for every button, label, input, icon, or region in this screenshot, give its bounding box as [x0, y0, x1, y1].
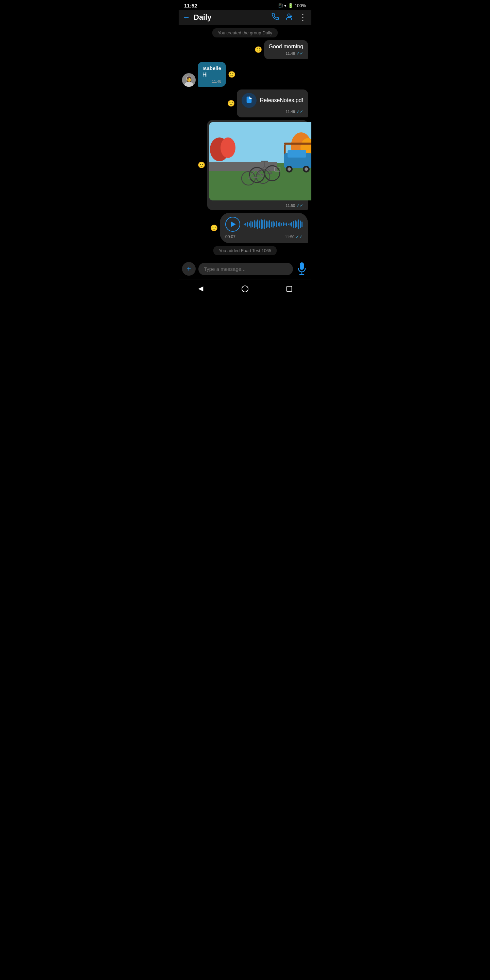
message-ticks: ✓✓ [296, 234, 302, 239]
reaction-button[interactable]: 🙂 [255, 46, 262, 53]
waveform-bar [293, 221, 294, 228]
message-row: 🙂 00:07 11:50 ✓✓ [182, 213, 308, 243]
home-nav-button[interactable] [239, 283, 251, 295]
reaction-button[interactable]: 🙂 [227, 100, 235, 107]
waveform-bar [296, 221, 298, 227]
message-time: 11:49 [285, 110, 295, 114]
waveform-bar [249, 223, 250, 226]
play-icon [231, 221, 236, 227]
waveform-bar [279, 222, 280, 227]
waveform-bar [300, 221, 301, 228]
message-bubble-image[interactable]: 11:50 ✓✓ [207, 120, 308, 210]
message-bubble-file[interactable]: ReleaseNotes.pdf 11:49 ✓✓ [237, 89, 308, 118]
message-bubble-voice: 00:07 11:50 ✓✓ [220, 213, 308, 243]
chat-header: ← Daily ⋮ [179, 10, 311, 25]
waveform [243, 219, 302, 230]
reaction-button[interactable]: 🙂 [228, 71, 235, 78]
svg-rect-42 [287, 286, 292, 292]
voice-meta: 00:07 11:50 ✓✓ [225, 234, 302, 239]
header-actions: ⋮ [272, 13, 307, 22]
input-area: + [179, 259, 311, 279]
waveform-bar [298, 220, 299, 229]
message-time: 11:48 [212, 79, 221, 83]
waveform-bar [286, 223, 287, 226]
status-bar: 11:52 📳 ▾ 🔋 100% [179, 0, 311, 10]
waveform-bar [259, 221, 260, 228]
voice-duration: 00:07 [225, 234, 235, 239]
message-time: 11:48 [285, 51, 295, 56]
waveform-bar [281, 223, 282, 226]
waveform-bar [266, 221, 267, 228]
waveform-bar [272, 221, 274, 228]
battery-icon: 🔋 [288, 3, 293, 8]
chat-area: You created the group Daily 🙂 Good morni… [179, 25, 311, 259]
reaction-button[interactable]: 🙂 [210, 224, 218, 232]
message-row: 🙂 ReleaseNotes.pdf 11:49 ✓✓ [182, 89, 308, 118]
call-button[interactable] [272, 13, 279, 22]
voice-player [225, 217, 302, 232]
back-nav-button[interactable] [195, 283, 207, 295]
svg-rect-19 [288, 150, 306, 158]
back-button[interactable]: ← [183, 13, 190, 22]
waveform-bar [295, 220, 296, 228]
waveform-bar [245, 223, 247, 226]
waveform-bar [274, 222, 275, 226]
waveform-bar [247, 222, 248, 227]
microphone-button[interactable] [296, 261, 308, 276]
waveform-bar [269, 220, 270, 228]
recents-nav-button[interactable] [283, 283, 295, 295]
svg-marker-40 [198, 286, 204, 292]
svg-text:👩: 👩 [186, 76, 192, 82]
waveform-bar [262, 220, 263, 229]
more-options-button[interactable]: ⋮ [299, 13, 307, 22]
message-ticks: ✓✓ [296, 203, 303, 208]
message-ticks: ✓✓ [296, 51, 303, 56]
vibrate-icon: 📳 [277, 3, 283, 8]
system-message-user-added: You added Fuad Test 1065 [213, 246, 277, 255]
chat-title: Daily [194, 13, 268, 22]
reaction-button[interactable]: 🙂 [198, 161, 205, 169]
pdf-icon [245, 96, 253, 105]
svg-point-41 [242, 286, 248, 292]
waveform-bar [256, 221, 256, 227]
waveform-bar [301, 221, 302, 227]
message-bubble-sent: Good morning 11:48 ✓✓ [264, 40, 308, 59]
waveform-bar [285, 223, 285, 225]
status-icons: 📳 ▾ 🔋 100% [277, 3, 306, 8]
message-ticks: ✓✓ [296, 109, 303, 114]
message-bubble-received: Isabelle Hi 11:48 [198, 62, 226, 87]
sender-name: Isabelle [202, 65, 221, 71]
waveform-bar [271, 221, 272, 227]
message-input[interactable] [198, 263, 293, 275]
waveform-bar [250, 221, 251, 228]
file-name: ReleaseNotes.pdf [260, 97, 303, 103]
image-content [209, 122, 311, 200]
message-row: 👩 Isabelle Hi 11:48 🙂 [182, 62, 308, 87]
attachment-button[interactable]: + [182, 262, 196, 275]
play-button[interactable] [225, 217, 240, 232]
svg-point-21 [288, 167, 291, 171]
waveform-bar [252, 221, 253, 227]
battery-percent: 100% [295, 3, 306, 8]
waveform-bar [291, 222, 292, 227]
waveform-bar [264, 220, 265, 229]
waveform-bar [278, 223, 279, 226]
message-row: 🙂 [182, 120, 308, 210]
message-row: 🙂 Good morning 11:48 ✓✓ [182, 40, 308, 59]
waveform-bar [257, 220, 258, 229]
add-person-button[interactable] [285, 13, 293, 22]
message-text: Good morning [269, 43, 303, 50]
svg-point-10 [221, 137, 235, 158]
waveform-bar [261, 219, 262, 229]
waveform-bar [283, 222, 284, 226]
waveform-bar [243, 224, 245, 225]
waveform-bar [267, 221, 269, 227]
svg-rect-13 [284, 143, 311, 145]
file-content: ReleaseNotes.pdf [242, 93, 303, 108]
message-time: 11:50 [285, 204, 295, 208]
waveform-bar [290, 223, 291, 226]
svg-rect-17 [209, 162, 277, 171]
system-message-group-created: You created the group Daily [212, 28, 278, 37]
nav-bar [179, 279, 311, 300]
svg-rect-37 [300, 262, 304, 270]
